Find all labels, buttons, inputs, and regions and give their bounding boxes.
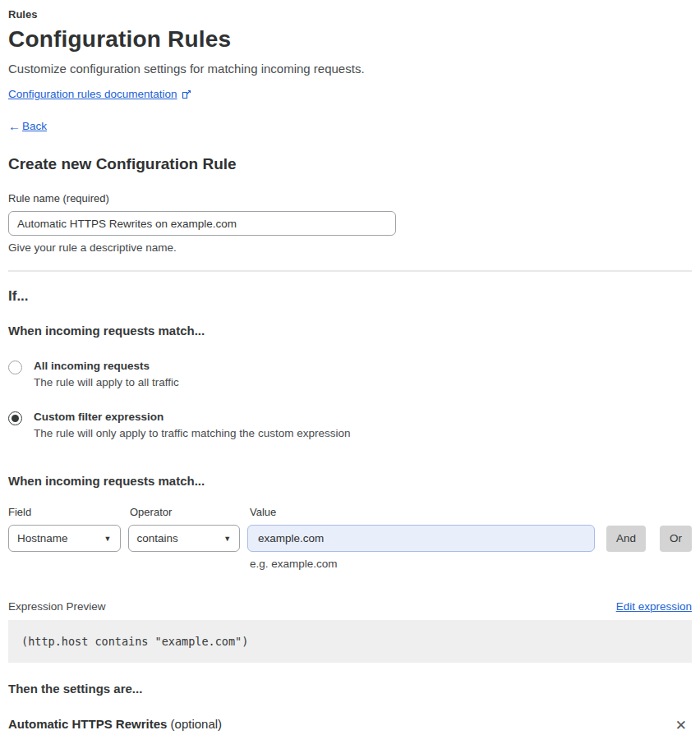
configuration-rules-page: Rules Configuration Rules Customize conf… [0,0,700,744]
expression-code-block: (http.host contains "example.com") [8,620,692,663]
if-heading: If... [8,288,692,305]
close-icon[interactable]: ✕ [670,717,692,734]
field-label: Field [8,506,130,518]
rule-name-input[interactable] [8,211,396,236]
radio-all-incoming-requests[interactable]: All incoming requests The rule will appl… [8,360,692,388]
builder-heading: When incoming requests match... [8,474,692,488]
page-subtitle: Customize configuration settings for mat… [8,62,692,76]
section-divider [8,270,692,272]
setting-optional-tag: (optional) [171,717,223,731]
back-arrow-icon: ← [8,119,21,133]
operator-select-value: contains [137,532,178,544]
chevron-down-icon: ▼ [104,535,112,543]
rule-name-helper: Give your rule a descriptive name. [8,241,692,254]
radio-label: Custom filter expression [34,411,350,423]
and-button[interactable]: And [606,526,646,552]
radio-label: All incoming requests [34,360,179,372]
setting-name: Automatic HTTPS Rewrites [8,717,167,731]
setting-card-title: Automatic HTTPS Rewrites (optional) [8,717,222,731]
radio-description: The rule will only apply to traffic matc… [34,427,350,439]
radio-icon[interactable] [8,361,22,374]
expression-code: (http.host contains "example.com") [21,635,248,648]
doc-link-row: Configuration rules documentation [8,88,692,100]
builder-row: Hostname ▼ contains ▼ And Or [8,525,692,552]
create-rule-heading: Create new Configuration Rule [8,155,692,173]
operator-select[interactable]: contains ▼ [128,525,241,552]
radio-icon[interactable] [8,411,22,425]
edit-expression-link[interactable]: Edit expression [616,600,692,613]
breadcrumb: Rules [8,8,692,21]
field-select-value: Hostname [17,532,68,544]
field-select[interactable]: Hostname ▼ [8,525,121,552]
rule-name-label: Rule name (required) [8,192,692,204]
builder-labels: Field Operator Value [8,506,692,518]
value-input[interactable] [247,525,595,552]
chevron-down-icon: ▼ [223,535,231,543]
radio-description: The rule will apply to all traffic [34,376,179,388]
operator-label: Operator [130,506,250,518]
external-link-icon [182,90,191,99]
value-label: Value [250,506,276,518]
expression-preview-row: Expression Preview Edit expression [8,600,692,613]
configuration-rules-documentation-link[interactable]: Configuration rules documentation [8,88,177,100]
page-title: Configuration Rules [8,26,692,53]
when-requests-match-heading: When incoming requests match... [8,324,692,338]
radio-custom-filter-expression[interactable]: Custom filter expression The rule will o… [8,411,692,439]
expression-preview-label: Expression Preview [8,600,106,613]
back-link[interactable]: Back [22,120,47,132]
setting-card-header: Automatic HTTPS Rewrites (optional) ✕ [8,717,692,734]
then-settings-heading: Then the settings are... [8,682,692,696]
value-helper: e.g. example.com [250,558,692,570]
back-row: ← Back [8,119,692,133]
or-button[interactable]: Or [660,526,692,552]
